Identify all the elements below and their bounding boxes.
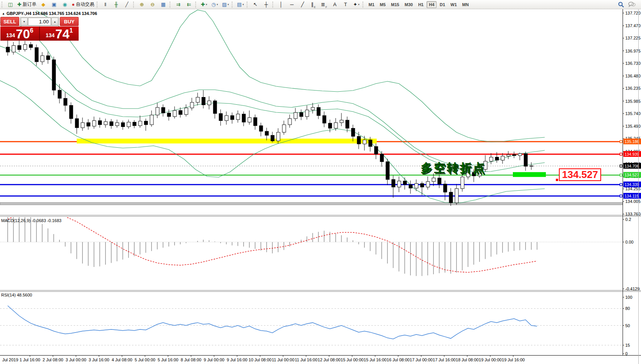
toolbar-right [618, 2, 636, 8]
yellow-zone-rect[interactable] [77, 138, 377, 143]
time-tick-label: 16 Jul 08:00 [387, 357, 410, 362]
signals-button[interactable]: ◉ [60, 0, 70, 9]
new-order-icon: ✚ [17, 2, 21, 7]
bar-chart-icon: ‖ [104, 2, 106, 7]
periods-button[interactable]: ◷▾ [210, 0, 220, 9]
time-axis[interactable]: Jul 20191 Jul 16:002 Jul 08:003 Jul 00:0… [0, 355, 641, 362]
sell-price-big: 70 [16, 29, 30, 39]
terminal-icon: ▣ [52, 2, 56, 7]
dropdown-caret-icon: ▾ [358, 3, 359, 6]
price-tag-134.939: 134.939 [625, 152, 639, 156]
time-tick-label: 17 Jul 16:00 [433, 357, 456, 362]
zoom-in-button[interactable]: ⊕ [137, 0, 147, 9]
toolbar-groups: ◫✚新订单◆▣◉●自动交易‖╫╱⊕⊖▦⇉⇇✚▾◷▾▨▾▤▾↖┼│─╱∥E≣FAT… [1, 0, 471, 9]
time-tick-label: 4 Jul 08:00 [112, 357, 132, 362]
autotrading-icon: ● [72, 2, 75, 7]
time-tick-label: 19 Jul 16:00 [502, 357, 525, 362]
candlestick-chart-icon: ╫ [114, 2, 118, 7]
text-button[interactable]: A [330, 0, 340, 9]
rsi-tick-label: 80 [625, 306, 630, 311]
timeframe-H4[interactable]: H4 [427, 1, 437, 8]
vertical-line-button[interactable]: │ [276, 0, 286, 9]
terminal-button[interactable]: ▣ [49, 0, 59, 9]
timeframe-M1[interactable]: M1 [366, 1, 377, 8]
crosshair-button[interactable]: ┼ [261, 0, 271, 9]
time-tick-label: Jul 2019 [2, 357, 18, 362]
new-order-button[interactable]: ✚新订单 [16, 0, 38, 9]
timeframe-M5[interactable]: M5 [377, 1, 388, 8]
green-zone-rect[interactable] [513, 172, 546, 177]
volume-up-button[interactable]: ▲ [51, 18, 58, 26]
sell-price[interactable]: 134 70 6 [0, 26, 39, 41]
autoscroll-button[interactable]: ⇉ [173, 0, 183, 9]
candlestick-chart-button[interactable]: ╫ [111, 0, 121, 9]
sell-button[interactable]: SELL [0, 17, 19, 26]
timeframe-M15[interactable]: M15 [389, 1, 401, 8]
timeframe-D1[interactable]: D1 [437, 1, 447, 8]
price-tick-label: 136.730 [625, 61, 641, 66]
price-tag-135.186: 135.186 [625, 139, 639, 144]
buy-button[interactable]: BUY [60, 17, 79, 26]
volume-field[interactable]: 1.00 [28, 18, 51, 26]
new-order-button-label: 新订单 [23, 1, 36, 8]
chart-shift-button[interactable]: ⇇ [184, 0, 194, 9]
trendline-icon: ╱ [301, 2, 304, 7]
equidistant-channel-icon: ∥ [311, 2, 314, 7]
cursor-icon: ↖ [253, 2, 257, 7]
buy-price[interactable]: 134 74 1 [40, 26, 79, 41]
dropdown-caret-icon: ▾ [217, 3, 218, 6]
chart-profile-button[interactable]: ▤▾ [236, 0, 246, 9]
chat-icon[interactable] [628, 2, 636, 8]
toolbar-group-handle [232, 2, 234, 8]
annotation-text[interactable]: 多空转折点 [421, 161, 486, 174]
price-axis[interactable]: 137.720137.470137.225136.975136.730136.4… [620, 9, 641, 356]
chart-canvas[interactable]: 多空转折点多空转折点134.527137.720137.470137.22513… [0, 0, 641, 364]
metaeditor-icon: ◆ [41, 2, 45, 7]
timeframe-H1[interactable]: H1 [416, 1, 426, 8]
line-chart-button[interactable]: ╱ [122, 0, 132, 9]
rsi-label: RSI(14) 48.5600 [1, 293, 32, 297]
trendline-button[interactable]: ╱ [298, 0, 308, 9]
text-icon: A [333, 2, 336, 7]
label-button[interactable]: T [341, 0, 351, 9]
indicators-icon: ✚ [201, 2, 205, 7]
time-tick-label: 9 Jul 00:00 [204, 357, 224, 362]
main-toolbar: ◫✚新订单◆▣◉●自动交易‖╫╱⊕⊖▦⇉⇇✚▾◷▾▨▾▤▾↖┼│─╱∥E≣FAT… [0, 0, 641, 9]
time-tick-label: 11 Jul 16:00 [295, 357, 317, 362]
equidistant-channel-button[interactable]: ∥E [308, 0, 318, 9]
line-chart-icon: ╱ [125, 2, 129, 7]
dropdown-caret-icon: ▾ [206, 3, 207, 6]
bar-chart-button[interactable]: ‖ [101, 0, 110, 9]
price-tick-label: 135.740 [625, 111, 641, 116]
volume-down-button[interactable]: ▼ [21, 18, 28, 26]
symbol-direction-icon: ▲ [2, 12, 5, 15]
callout-text: 134.527 [562, 169, 598, 180]
price-tag-134.339: 134.339 [625, 182, 639, 187]
price-tick-label: 137.470 [625, 23, 641, 28]
chart-profile-icon: ▤ [237, 2, 242, 7]
timeframe-M30[interactable]: M30 [402, 1, 415, 8]
indicators-button[interactable]: ✚▾ [199, 0, 209, 9]
tile-windows-button[interactable]: ▦ [158, 0, 168, 9]
gray-divider-bar[interactable] [0, 203, 623, 205]
fibonacci-button[interactable]: ≣F [319, 0, 329, 9]
signals-icon: ◉ [63, 2, 67, 7]
new-chart-button[interactable]: ◫ [5, 0, 15, 9]
time-tick-label: 10 Jul 08:00 [249, 357, 272, 362]
time-tick-label: 8 Jul 08:00 [181, 357, 201, 362]
search-icon[interactable] [618, 2, 624, 8]
autotrading-button[interactable]: ●自动交易 [71, 0, 96, 9]
shapes-button[interactable]: ✦▾ [351, 0, 361, 9]
timeframe-MN[interactable]: MN [460, 1, 471, 8]
price-tick-label: 134.005 [625, 199, 641, 204]
metaeditor-button[interactable]: ◆ [38, 0, 48, 9]
symbol-ohlc-text: GBPJPY-,H4 134.686 134.765 134.624 134.7… [7, 11, 97, 16]
zoom-out-icon: ⊖ [150, 2, 155, 7]
zoom-out-button[interactable]: ⊖ [148, 0, 158, 9]
templates-button[interactable]: ▨▾ [221, 0, 231, 9]
horizontal-line-button[interactable]: ─ [287, 0, 297, 9]
toolbar-group-handle [133, 2, 135, 8]
cursor-button[interactable]: ↖ [250, 0, 260, 9]
timeframe-W1[interactable]: W1 [448, 1, 459, 8]
time-tick-label: 15 Jul 00:00 [341, 357, 364, 362]
